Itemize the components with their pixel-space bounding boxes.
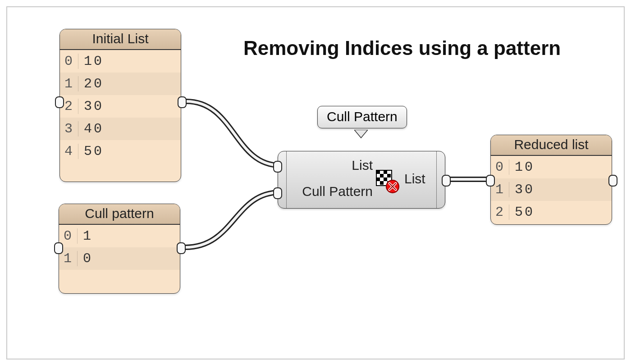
panel-input-grip[interactable] xyxy=(55,96,64,108)
component-input-list[interactable]: List xyxy=(287,158,373,173)
svg-rect-7 xyxy=(380,181,384,185)
cell-value: 30 xyxy=(78,99,104,114)
cell-index: 4 xyxy=(60,144,78,159)
component-divider xyxy=(286,151,287,208)
svg-rect-5 xyxy=(376,177,380,181)
cell-value: 40 xyxy=(78,121,104,136)
component-input-cull-pattern[interactable]: Cull Pattern xyxy=(287,184,373,199)
panel-initial-list[interactable]: Initial List 010 120 230 340 450 xyxy=(59,29,181,182)
cell-value: 1 xyxy=(78,228,93,244)
component-input-grip[interactable] xyxy=(273,161,282,173)
tooltip-arrow-icon xyxy=(354,130,368,139)
panel-input-grip[interactable] xyxy=(54,242,63,254)
cell-index: 2 xyxy=(491,205,509,220)
cell-value: 10 xyxy=(78,54,104,69)
svg-rect-4 xyxy=(387,174,391,177)
svg-rect-1 xyxy=(376,170,380,174)
svg-marker-10 xyxy=(354,130,368,138)
panel-cull-pattern[interactable]: Cull pattern 01 10 xyxy=(59,204,180,294)
panel-initial-title: Initial List xyxy=(60,29,181,50)
svg-rect-6 xyxy=(384,177,387,181)
panel-output-grip[interactable] xyxy=(178,96,187,108)
component-output-grip[interactable] xyxy=(442,175,451,187)
component-tooltip: Cull Pattern xyxy=(317,106,407,128)
panel-reduced-title: Reduced list xyxy=(491,135,612,156)
cell-index: 3 xyxy=(60,121,78,136)
cell-value: 20 xyxy=(78,76,104,91)
panel-input-grip[interactable] xyxy=(486,175,495,187)
component-output-list[interactable]: List xyxy=(404,171,425,187)
panel-reduced-list[interactable]: Reduced list 010 130 250 xyxy=(490,135,612,225)
panel-cull-title: Cull pattern xyxy=(59,204,180,225)
cell-value: 30 xyxy=(509,182,535,197)
diagram-title: Removing Indices using a pattern xyxy=(243,37,561,59)
cell-index: 0 xyxy=(60,54,78,69)
svg-rect-2 xyxy=(384,170,387,174)
cell-index: 0 xyxy=(491,159,509,175)
component-input-grip[interactable] xyxy=(273,187,282,199)
panel-output-grip[interactable] xyxy=(608,175,617,187)
cull-pattern-icon xyxy=(375,169,400,194)
svg-rect-3 xyxy=(380,174,384,177)
cell-index: 1 xyxy=(60,76,78,91)
cell-value: 50 xyxy=(509,205,535,220)
cell-value: 10 xyxy=(509,159,535,175)
cell-index: 0 xyxy=(59,228,78,244)
component-cull-pattern[interactable]: List Cull Pattern List xyxy=(278,151,445,209)
cell-value: 0 xyxy=(78,251,93,266)
panel-output-grip[interactable] xyxy=(177,242,186,254)
component-divider xyxy=(436,151,437,208)
cell-value: 50 xyxy=(78,144,104,159)
